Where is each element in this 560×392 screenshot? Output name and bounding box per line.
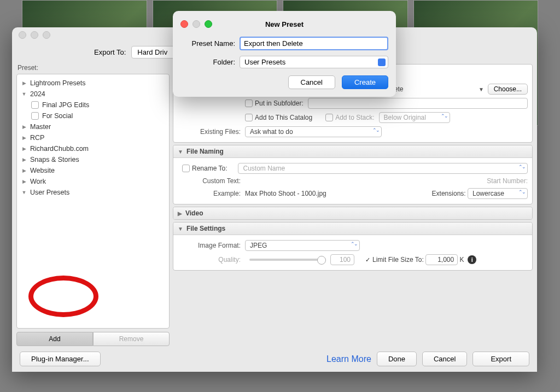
preset-tree[interactable]: ▶Lightroom Presets ▼2024 Final JPG Edits… (16, 74, 170, 329)
custom-text-label: Custom Text: (178, 177, 245, 185)
tree-item-work[interactable]: ▶Work (19, 176, 167, 187)
add-button[interactable]: Add (16, 332, 93, 346)
plugin-manager-button[interactable]: Plug-in Manager... (20, 352, 101, 366)
image-format-label: Image Format: (178, 242, 245, 249)
chevron-right-icon: ▶ (21, 179, 27, 184)
example-label: Example: (178, 190, 245, 197)
start-number-label: Start Number: (487, 177, 528, 185)
info-icon[interactable]: i (468, 255, 476, 264)
choose-button[interactable]: Choose... (488, 84, 528, 95)
rename-label: Rename To: (192, 165, 227, 172)
tree-item-snaps[interactable]: ▶Snaps & Stories (19, 154, 167, 165)
limit-label: Limit File Size To: (372, 256, 424, 264)
chevron-right-icon: ▶ (21, 124, 27, 130)
checkbox-stack (325, 114, 333, 121)
zoom-icon[interactable] (43, 31, 50, 39)
close-icon[interactable] (180, 20, 188, 28)
chevron-down-icon[interactable]: ▼ (479, 86, 484, 92)
existing-label: Existing Files: (178, 128, 245, 136)
quality-slider[interactable] (249, 259, 326, 261)
extensions-label: Extensions: (432, 190, 466, 197)
preset-name-input[interactable] (240, 37, 388, 50)
export-button[interactable]: Export (472, 352, 529, 366)
chevron-down-icon: ▼ (21, 91, 27, 97)
chevron-down-icon[interactable]: ▼ (178, 149, 183, 155)
tree-item-master[interactable]: ▶Master (19, 121, 167, 132)
tree-item-final-jpg[interactable]: Final JPG Edits (19, 100, 167, 110)
tree-item-user-presets[interactable]: ▼User Presets (19, 187, 167, 198)
video-section[interactable]: ▶Video (173, 207, 533, 220)
chevron-right-icon: ▶ (21, 157, 27, 162)
check-icon[interactable]: ✓ (365, 256, 370, 264)
file-settings-section: ▼File Settings Image Format: JPEG Qualit… (173, 222, 533, 271)
limit-input[interactable]: 1,000 (425, 254, 458, 265)
quality-label: Quality: (178, 256, 245, 264)
cancel-button[interactable]: Cancel (422, 352, 467, 366)
zoom-icon[interactable] (205, 20, 212, 28)
stack-select: Below Original (379, 112, 450, 123)
chevron-right-icon: ▶ (21, 146, 27, 151)
subfolder-input[interactable] (308, 98, 528, 109)
existing-select[interactable]: Ask what to do (245, 126, 382, 137)
checkbox-catalog[interactable] (245, 114, 253, 121)
rename-template-select[interactable]: Custom Name (238, 163, 528, 174)
folder-select[interactable]: User Presets (240, 56, 388, 68)
subfolder-label: Put in Subfolder: (255, 100, 304, 107)
quality-input[interactable]: 100 (330, 254, 354, 265)
remove-button[interactable]: Remove (93, 332, 170, 346)
folder-label: Folder: (180, 58, 240, 66)
checkbox[interactable] (31, 112, 39, 120)
preset-heading: Preset: (16, 64, 170, 74)
checkbox-subfolder[interactable] (245, 100, 253, 107)
checkbox-rename[interactable] (182, 165, 190, 172)
checkbox[interactable] (31, 101, 39, 109)
create-button[interactable]: Create (342, 75, 388, 89)
stack-label: Add to Stack: (335, 114, 374, 121)
chevron-right-icon: ▶ (21, 168, 27, 173)
tree-item-lightroom-presets[interactable]: ▶Lightroom Presets (19, 78, 167, 89)
chevron-right-icon: ▶ (21, 135, 27, 141)
chevron-down-icon: ▼ (21, 190, 27, 195)
preset-name-label: Preset Name: (180, 39, 240, 48)
export-to-label: Export To: (94, 48, 126, 56)
tree-item-for-social[interactable]: For Social (19, 110, 167, 121)
tree-item-rcp[interactable]: ▶RCP (19, 132, 167, 143)
image-format-select[interactable]: JPEG (245, 240, 360, 251)
limit-unit: K (460, 256, 464, 264)
learn-more-link[interactable]: Learn More (326, 354, 371, 364)
chevron-down-icon[interactable]: ▼ (178, 226, 183, 232)
done-button[interactable]: Done (377, 352, 417, 366)
dialog-title: New Preset (265, 20, 304, 28)
catalog-label: Add to This Catalog (255, 114, 312, 121)
minimize-icon[interactable] (31, 31, 38, 39)
minimize-icon (192, 20, 200, 28)
chevron-right-icon: ▶ (21, 80, 27, 86)
chevron-right-icon[interactable]: ▶ (178, 210, 182, 217)
file-naming-section: ▼File Naming Rename To: Custom Name Cust… (173, 145, 533, 204)
tree-item-richardchubb[interactable]: ▶RichardChubb.com (19, 143, 167, 154)
tree-item-website[interactable]: ▶Website (19, 165, 167, 176)
cancel-button[interactable]: Cancel (288, 75, 335, 89)
new-preset-dialog: New Preset Preset Name: Folder: User Pre… (173, 11, 396, 97)
tree-item-2024[interactable]: ▼2024 (19, 89, 167, 100)
close-icon[interactable] (19, 31, 26, 39)
example-value: Max Photo Shoot - 1000.jpg (245, 190, 432, 197)
extensions-select[interactable]: Lowercase (468, 188, 528, 199)
